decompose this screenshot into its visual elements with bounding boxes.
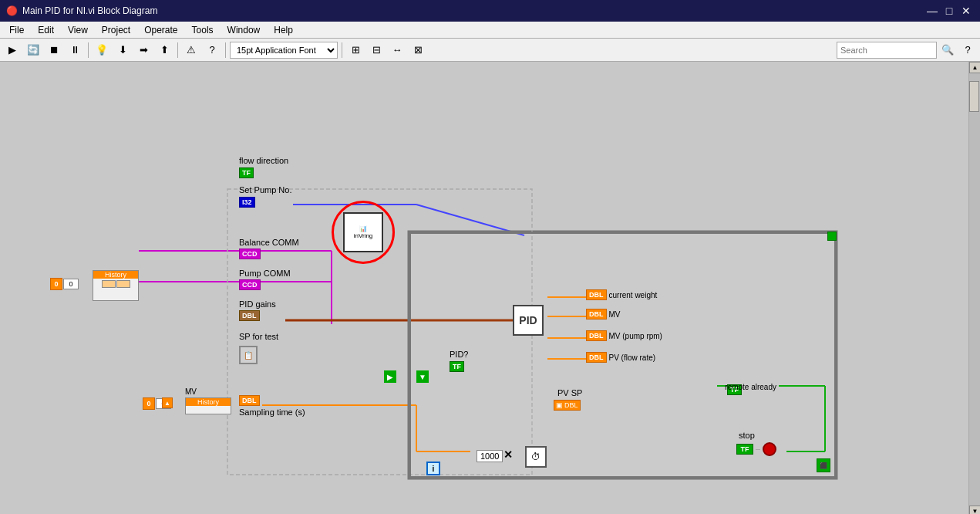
menu-help[interactable]: Help [268, 23, 299, 37]
sp-test-icon[interactable]: 📋 [239, 346, 258, 364]
scroll-v-track[interactable] [969, 73, 980, 506]
menu-operate[interactable]: Operate [138, 23, 184, 37]
window-title: Main PID for NI.vi Block Diagram [22, 5, 157, 16]
title-bar: 🔴 Main PID for NI.vi Block Diagram — □ ✕ [0, 0, 980, 22]
mv-num-icon: 0 [143, 397, 155, 410]
menu-project[interactable]: Project [96, 23, 136, 37]
highlight-btn[interactable]: 💡 [93, 41, 111, 59]
warning-btn[interactable]: ⚠ [182, 41, 200, 59]
pid-tf[interactable]: TF [450, 361, 464, 372]
scroll-v-thumb[interactable] [969, 81, 979, 112]
title-controls[interactable]: — □ ✕ [924, 3, 974, 19]
subvi-block[interactable]: 📊inVring [343, 212, 383, 252]
run-arrow-btn[interactable]: ▶ [3, 41, 22, 59]
balance-comm-ccd[interactable]: CCD [239, 249, 261, 258]
mv-out-dbl[interactable]: DBL [586, 309, 607, 320]
step-into-btn[interactable]: ⬇ [113, 41, 132, 59]
align-btn[interactable]: ⊞ [346, 41, 365, 59]
stop-terminal: TF [736, 442, 776, 456]
distribute-btn[interactable]: ⊟ [367, 41, 386, 59]
set-pump-i32[interactable]: I32 [239, 197, 255, 206]
pid-gains-label: PID gains [239, 299, 276, 309]
mv-history-label: History [186, 398, 231, 406]
pump-ccd-box[interactable]: CCD [239, 279, 261, 290]
resize-btn[interactable]: ↔ [388, 41, 406, 59]
remote-already-label: remote already [725, 383, 776, 391]
pv-sp-cluster[interactable]: ▣ DBL [554, 400, 581, 411]
flow-direction-label: flow direction [239, 156, 288, 165]
help-btn[interactable]: ? [958, 41, 977, 59]
pump-comm-ccd[interactable]: CCD [239, 279, 261, 289]
svg-line-5 [416, 205, 524, 235]
scroll-up-arrow[interactable]: ▲ [969, 62, 980, 73]
pvsp-graph-bar2 [116, 280, 130, 288]
flow-dir-tf-box[interactable]: TF [239, 167, 254, 178]
sp-test-label: SP for test [239, 332, 278, 341]
loop-stop-terminal[interactable]: ⬛ [817, 458, 830, 472]
sep1 [88, 42, 89, 58]
abort-btn[interactable]: ⏹ [45, 41, 63, 59]
pid-tf-box[interactable]: TF [450, 361, 464, 370]
pvsp-num-val[interactable]: 0 [63, 279, 79, 289]
menu-window[interactable]: Window [221, 23, 267, 37]
search-input[interactable] [837, 42, 937, 59]
reorder-btn[interactable]: ⊠ [409, 41, 427, 59]
menu-bar: File Edit View Project Operate Tools Win… [0, 22, 980, 39]
search-btn[interactable]: 🔍 [938, 41, 957, 59]
maximize-button[interactable]: □ [941, 3, 957, 19]
pvsp-graph-bar1 [102, 280, 116, 288]
menu-tools[interactable]: Tools [186, 23, 220, 37]
set-pump-i32-box[interactable]: I32 [239, 197, 255, 208]
menu-view[interactable]: View [62, 23, 94, 37]
mv-history-block[interactable]: History [185, 397, 231, 414]
toolbar: ▶ 🔄 ⏹ ⏸ 💡 ⬇ ➡ ⬆ ⚠ ? 15pt Application Fon… [0, 39, 980, 62]
step-over-btn[interactable]: ➡ [134, 41, 153, 59]
main-area: MV 0 0 ▲ History PV SP 0 0 History [0, 62, 980, 514]
menu-edit[interactable]: Edit [32, 23, 60, 37]
font-selector[interactable]: 15pt Application Font [230, 42, 338, 59]
stop-tf[interactable]: TF [736, 444, 753, 455]
stop-button[interactable] [763, 442, 776, 456]
mv-label: MV [185, 387, 197, 396]
info-box: i [426, 462, 440, 475]
sep4 [342, 42, 342, 58]
pv-sp-boxes[interactable]: ▣ DBL [554, 400, 581, 411]
timer-vi[interactable]: ⏱ [525, 446, 547, 468]
pause-btn[interactable]: ⏸ [66, 41, 84, 59]
pid-question-label: PID? [450, 350, 468, 359]
step-arrow-left: ▶ [384, 370, 396, 383]
cw-dbl[interactable]: DBL [586, 289, 607, 300]
cw-label: current weight [609, 291, 658, 299]
sp-test-vi[interactable]: 📋 [239, 346, 258, 364]
scroll-down-arrow[interactable]: ▼ [969, 506, 980, 514]
set-pump-label: Set Pump No. [239, 185, 291, 194]
pid-block[interactable]: PID [513, 305, 544, 336]
pvf-label: PV (flow rate) [609, 353, 656, 362]
menu-file[interactable]: File [3, 23, 30, 37]
block-diagram-canvas[interactable]: MV 0 0 ▲ History PV SP 0 0 History [0, 62, 980, 514]
mvp-label: MV (pump rpm) [609, 332, 662, 340]
mv-up-arrow[interactable]: ▲ [162, 397, 173, 408]
multiply-symbol: ✕ [503, 448, 513, 461]
balance-ccd-box[interactable]: CCD [239, 249, 261, 259]
context-help-btn[interactable]: ? [203, 41, 221, 59]
step-out-btn[interactable]: ⬆ [155, 41, 173, 59]
pv-flow-terminal: DBL PV (flow rate) [586, 352, 655, 363]
minimize-button[interactable]: — [924, 3, 940, 19]
pvf-dbl[interactable]: DBL [586, 352, 607, 363]
constant-1000: 1000 [477, 450, 503, 462]
close-button[interactable]: ✕ [958, 3, 974, 19]
pid-gains-cluster[interactable]: DBL [239, 310, 260, 320]
mvp-dbl[interactable]: DBL [586, 330, 607, 341]
pvsp-history-block[interactable]: History [93, 270, 139, 301]
run-continuous-btn[interactable]: 🔄 [24, 41, 42, 59]
sampling-dbl-box[interactable]: DBL [239, 395, 260, 406]
flow-direction-tf[interactable]: TF [239, 167, 254, 177]
pid-gains-cluster-box[interactable]: DBL [239, 310, 260, 321]
pv-sp-box2: DBL [564, 401, 578, 409]
loop-corner-indicator [827, 232, 837, 241]
vertical-scrollbar[interactable]: ▲ ▼ [968, 62, 980, 514]
sampling-dbl[interactable]: DBL [239, 395, 260, 404]
balance-comm-label: Balance COMM [239, 238, 299, 247]
sep2 [177, 42, 178, 58]
